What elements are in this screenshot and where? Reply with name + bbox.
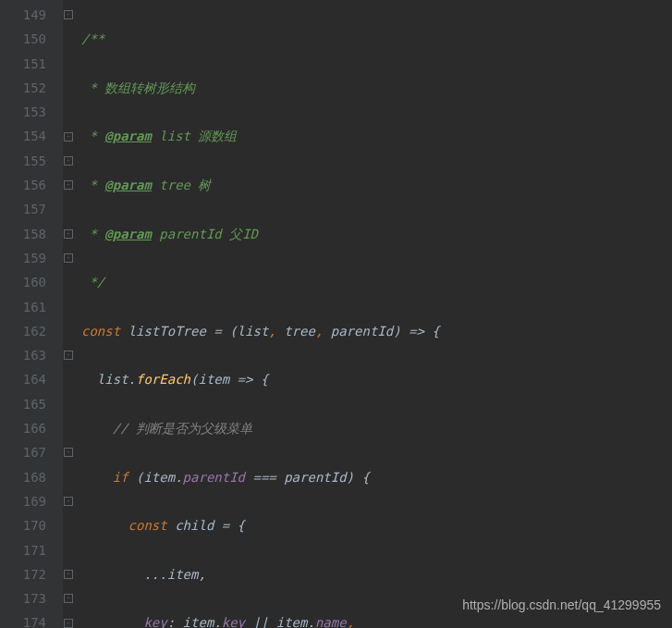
line-number: 171: [9, 538, 46, 562]
doc-tag: @param: [104, 227, 152, 241]
doc-tag: @param: [104, 129, 152, 143]
line-number: 168: [9, 465, 46, 489]
code: : item.: [167, 615, 222, 628]
line-number: 151: [9, 52, 46, 76]
doc-param: list: [152, 129, 199, 143]
line-number: 154: [9, 124, 46, 148]
line-number: 170: [9, 513, 46, 537]
fold-toggle[interactable]: -: [64, 229, 73, 239]
keyword: if: [113, 470, 128, 485]
fold-column: ------------: [63, 0, 76, 628]
doc-tag: @param: [104, 178, 152, 192]
line-number: 159: [9, 246, 46, 270]
punc: => {: [229, 372, 268, 387]
property: parentId: [183, 470, 245, 485]
param: item: [198, 372, 229, 387]
line-number: 164: [9, 367, 46, 391]
line-number: 153: [9, 100, 46, 124]
line-number: 174: [9, 610, 46, 628]
doc-param: parentId: [152, 227, 229, 241]
doc-desc: 源数组: [198, 129, 237, 143]
watermark: https://blog.csdn.net/qq_41299955: [462, 593, 661, 617]
line-number: 161: [9, 295, 46, 319]
line-number: 152: [9, 76, 46, 100]
doc-comment: /**: [81, 31, 104, 46]
doc-desc: 父ID: [229, 227, 258, 241]
param: parentId: [331, 324, 393, 339]
code-editor: 1491501511521531541551561571581591601611…: [0, 0, 672, 628]
comma: ,: [347, 615, 354, 628]
fold-toggle[interactable]: -: [64, 132, 73, 142]
comment: // 判断是否为父级菜单: [81, 421, 252, 436]
property: key: [222, 615, 245, 628]
fold-toggle[interactable]: -: [64, 10, 73, 19]
fold-toggle[interactable]: -: [64, 448, 73, 457]
fold-toggle[interactable]: -: [64, 180, 73, 190]
indent: [81, 518, 128, 533]
line-number: 167: [9, 440, 46, 464]
indent: [81, 615, 143, 628]
fold-toggle[interactable]: -: [64, 570, 73, 579]
line-number: 165: [9, 392, 46, 416]
line-number: 149: [9, 3, 46, 27]
property: name: [315, 615, 347, 628]
line-number: 163: [9, 343, 46, 367]
code: || item.: [245, 615, 315, 628]
line-number: 166: [9, 416, 46, 440]
indent: [81, 470, 113, 485]
line-gutter: 1491501511521531541551561571581591601611…: [0, 0, 63, 628]
property: key: [143, 615, 166, 628]
line-number: 157: [9, 197, 46, 221]
doc-text: 数组转树形结构: [104, 80, 195, 95]
code: (item.: [128, 470, 183, 485]
fold-toggle[interactable]: -: [64, 497, 73, 506]
doc-comment: */: [81, 275, 104, 289]
punc: = (: [206, 324, 238, 339]
fold-toggle[interactable]: -: [64, 253, 73, 263]
fold-toggle[interactable]: -: [64, 619, 73, 628]
comma: ,: [315, 324, 331, 339]
fold-toggle[interactable]: -: [64, 594, 73, 603]
line-number: 162: [9, 319, 46, 343]
line-number: 155: [9, 149, 46, 173]
doc-comment: *: [81, 129, 104, 143]
line-number: 150: [9, 27, 46, 51]
doc-desc: 树: [198, 178, 211, 192]
fold-toggle[interactable]: -: [64, 156, 73, 166]
code: list.: [81, 372, 136, 387]
keyword: const: [128, 518, 167, 533]
line-number: 158: [9, 222, 46, 246]
param: list: [238, 324, 269, 339]
code: === parentId) {: [245, 470, 370, 485]
line-number: 156: [9, 173, 46, 197]
punc: ) => {: [393, 324, 440, 339]
param: tree: [284, 324, 315, 339]
code: ...item,: [81, 567, 206, 582]
doc-param: tree: [152, 178, 199, 192]
line-number: 160: [9, 270, 46, 294]
code: child = {: [167, 518, 245, 533]
fold-toggle[interactable]: -: [64, 351, 73, 360]
comma: ,: [268, 324, 284, 339]
doc-comment: *: [81, 178, 104, 192]
doc-comment: *: [81, 80, 104, 95]
line-number: 169: [9, 489, 46, 513]
code-area[interactable]: /** * 数组转树形结构 * @param list 源数组 * @param…: [76, 0, 447, 628]
keyword: const: [81, 324, 128, 339]
doc-comment: *: [81, 227, 104, 241]
line-number: 173: [9, 586, 46, 610]
line-number: 172: [9, 562, 46, 586]
method: forEach: [136, 372, 190, 387]
fn-name: listToTree: [128, 324, 206, 339]
